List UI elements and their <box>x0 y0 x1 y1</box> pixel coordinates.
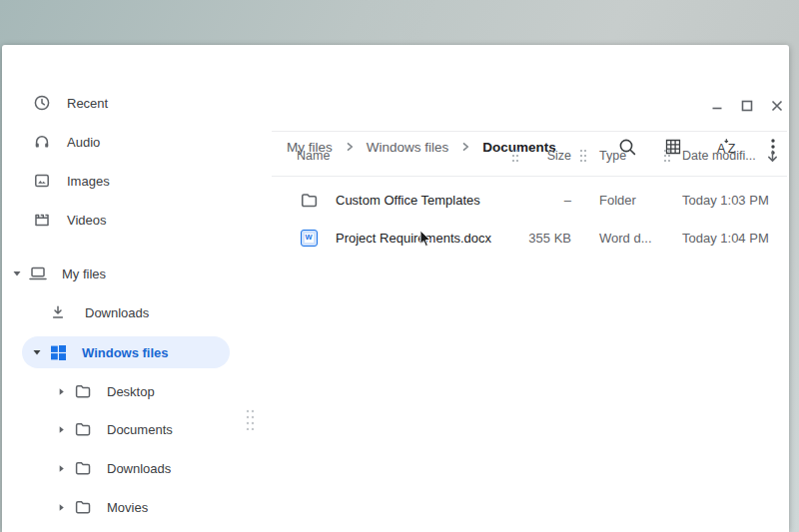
column-resize-handle[interactable] <box>663 149 671 167</box>
chevron-down-icon[interactable] <box>30 345 44 359</box>
files-app-window: Recent Audio Images Videos <box>2 45 789 532</box>
file-type: Folder <box>599 181 636 219</box>
file-name: Custom Office Templates <box>336 181 480 219</box>
sidebar-item-label: Documents <box>107 422 173 437</box>
sidebar-item-my-files[interactable]: My files <box>10 258 106 289</box>
sort-direction-button[interactable] <box>765 137 780 175</box>
desktop-background: Recent Audio Images Videos <box>0 0 799 532</box>
close-button[interactable] <box>766 95 788 117</box>
sidebar-item-downloads-nested[interactable]: Downloads <box>54 452 171 484</box>
column-resize-handle[interactable] <box>579 149 587 167</box>
sidebar-item-desktop[interactable]: Desktop <box>54 375 155 407</box>
folder-icon <box>73 458 93 478</box>
chevron-right-icon[interactable] <box>54 422 68 436</box>
download-icon <box>48 302 68 322</box>
clock-icon <box>32 93 52 113</box>
chevron-right-icon[interactable] <box>54 384 68 398</box>
sidebar-item-label: Downloads <box>107 461 171 476</box>
file-date-modified: Today 1:04 PM <box>682 219 769 257</box>
sidebar-item-documents[interactable]: Documents <box>54 413 173 445</box>
chevron-down-icon[interactable] <box>10 266 24 280</box>
folder-icon <box>73 419 93 439</box>
table-header-divider <box>272 176 787 177</box>
column-header-size[interactable]: Size <box>471 137 571 175</box>
sidebar-item-label: Audio <box>67 135 100 150</box>
file-size: – <box>471 181 571 219</box>
sidebar-item-label: Movies <box>107 500 148 515</box>
sidebar-item-downloads[interactable]: Downloads <box>48 296 149 328</box>
image-icon <box>32 171 52 191</box>
column-header-name[interactable]: Name <box>297 137 330 175</box>
table-row[interactable]: W Project Requirements.docx 355 KB Word … <box>272 219 791 257</box>
close-icon <box>770 99 784 113</box>
sidebar-item-label: My files <box>62 266 106 281</box>
sidebar-item-recent[interactable]: Recent <box>32 87 108 119</box>
chevron-right-icon[interactable] <box>54 461 68 475</box>
sidebar-splitter-handle[interactable] <box>245 408 255 434</box>
folder-icon <box>73 381 93 401</box>
laptop-icon <box>28 264 48 283</box>
column-header-type[interactable]: Type <box>599 137 626 175</box>
chevron-right-icon[interactable] <box>54 500 68 514</box>
file-name: Project Requirements.docx <box>336 219 491 257</box>
sidebar-item-label: Windows files <box>82 345 169 360</box>
sidebar-item-audio[interactable]: Audio <box>32 126 100 158</box>
file-date-modified: Today 1:03 PM <box>682 181 769 219</box>
maximize-icon <box>740 99 754 113</box>
maximize-button[interactable] <box>736 95 758 117</box>
table-header-row: Name Size Type Date modifi... <box>272 137 791 175</box>
toolbar-divider <box>272 131 787 132</box>
arrow-down-icon <box>765 149 780 164</box>
sidebar-item-images[interactable]: Images <box>32 165 110 197</box>
film-icon <box>32 210 52 230</box>
folder-icon <box>73 497 93 517</box>
sidebar-item-label: Images <box>67 174 110 189</box>
word-doc-icon: W <box>299 219 319 257</box>
column-header-date-modified[interactable]: Date modifi... <box>682 137 756 175</box>
sidebar-item-videos[interactable]: Videos <box>32 204 107 236</box>
sidebar-item-label: Desktop <box>107 384 155 399</box>
sidebar-item-windows-files[interactable]: Windows files <box>30 336 169 368</box>
minimize-button[interactable] <box>706 95 728 117</box>
windows-logo-icon <box>48 342 68 362</box>
file-size: 355 KB <box>471 219 571 257</box>
sidebar-item-label: Videos <box>67 213 107 228</box>
sidebar-item-label: Downloads <box>85 305 149 320</box>
headphones-icon <box>32 132 52 152</box>
sidebar-item-movies[interactable]: Movies <box>54 491 148 523</box>
file-type: Word d... <box>599 219 652 257</box>
table-row[interactable]: Custom Office Templates – Folder Today 1… <box>272 181 791 219</box>
folder-icon <box>299 181 319 219</box>
minimize-icon <box>710 99 724 113</box>
sidebar-item-label: Recent <box>67 96 108 111</box>
